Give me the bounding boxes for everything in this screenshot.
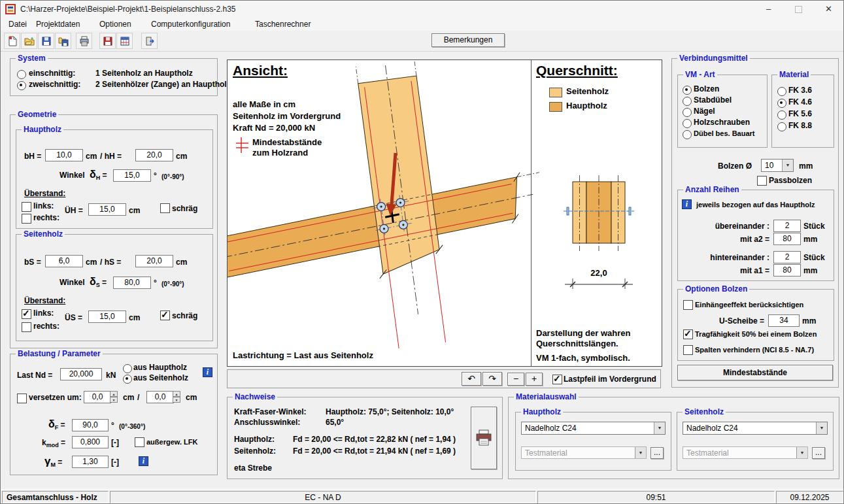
passbolzen-checkbox[interactable]	[757, 176, 767, 186]
uebereinander-input[interactable]: 2	[773, 220, 801, 232]
aus-seitenholz-label: aus Seitenholz	[133, 373, 188, 382]
print-report-button[interactable]	[471, 407, 497, 469]
zoom-out-button[interactable]: −	[507, 373, 524, 386]
uscheibe-input[interactable]: 34	[768, 314, 800, 327]
bs-input[interactable]: 6,0	[45, 255, 83, 267]
spalten-checkbox[interactable]	[683, 345, 693, 355]
versetzen-checkbox[interactable]	[17, 394, 27, 403]
a1-input[interactable]: 80	[773, 264, 801, 277]
radio-stabduebel[interactable]	[683, 97, 692, 106]
radio-duebel-bes-bauart[interactable]	[683, 130, 692, 139]
system-title: System	[16, 54, 48, 63]
menu-projektdaten[interactable]: Projektdaten	[36, 20, 80, 29]
radio-aus-hauptholz[interactable]	[123, 364, 132, 373]
ueberstand-s-rechts-checkbox[interactable]	[22, 322, 31, 332]
save-as-button[interactable]	[55, 33, 71, 49]
radio-holzschrauben[interactable]	[683, 119, 692, 128]
radio-bolzen[interactable]	[683, 86, 692, 95]
maximize-button[interactable]	[784, 1, 813, 18]
chevron-down-icon[interactable]: ▼	[654, 422, 665, 434]
lastpfeil-checkbox[interactable]	[552, 375, 562, 384]
menu-optionen[interactable]: Optionen	[99, 20, 131, 29]
exit-button[interactable]	[141, 33, 158, 49]
anzahl-info-button[interactable]: i	[682, 199, 692, 209]
menu-taschenrechner[interactable]: Taschenrechner	[255, 20, 311, 29]
mindestabstaende-button[interactable]: Mindestabstände	[677, 365, 833, 380]
radio-fk36[interactable]	[777, 87, 786, 96]
hauptholz-material-select[interactable]: Nadelholz C24 ▼	[521, 422, 666, 435]
bemerkungen-button[interactable]: Bemerkungen	[431, 33, 505, 47]
print-button[interactable]	[76, 33, 92, 49]
menu-computerkonfiguration[interactable]: Computerkonfiguration	[151, 20, 230, 29]
schraeg-s-checkbox[interactable]	[160, 311, 170, 320]
verbindungsmittel-groupbox: Verbindungsmittel VM - Art Bolzen Stabdü…	[671, 58, 839, 388]
gamma-input[interactable]: 1,30	[72, 456, 109, 468]
new-file-button[interactable]	[4, 33, 20, 49]
radio-naegel[interactable]	[683, 108, 692, 117]
einhaengeeffekt-checkbox[interactable]	[683, 300, 693, 310]
open-folder-button[interactable]	[21, 33, 37, 49]
hintereinander-input[interactable]: 2	[773, 251, 801, 263]
ueh-input[interactable]: 15,0	[88, 203, 126, 216]
bolzen-durchmesser-select[interactable]: 10 ▼	[761, 159, 794, 172]
radio-fk56[interactable]	[777, 110, 786, 120]
seitenholz-more-button[interactable]: ...	[812, 447, 825, 459]
winkel-h-symbol: δH =	[90, 169, 107, 181]
last-nd-label: Last Nd =	[17, 371, 52, 380]
deltaf-input[interactable]: 90,0	[72, 419, 109, 431]
last-info-button[interactable]: i	[203, 367, 212, 377]
spin-up-icon[interactable]: ▲	[110, 391, 118, 397]
hh-input[interactable]: 20,0	[135, 149, 173, 161]
ues-input[interactable]: 15,0	[88, 311, 126, 323]
save-red-button[interactable]	[99, 33, 116, 49]
ues-label: ÜS =	[65, 313, 82, 322]
spin-up-icon[interactable]: ▲	[173, 391, 180, 397]
zoom-in-button[interactable]: +	[526, 373, 543, 386]
redo-button[interactable]: ↷	[482, 372, 502, 386]
radio-fk46[interactable]	[777, 99, 786, 108]
hs-input[interactable]: 20,0	[135, 255, 173, 267]
hauptholz-more-button[interactable]: ...	[650, 447, 664, 459]
selected-value: Nadelholz C24	[686, 424, 738, 433]
spin-down-icon[interactable]: ▼	[173, 397, 180, 403]
versetzen-y-input[interactable]: 0,0	[146, 391, 174, 403]
tragfaehigkeit-checkbox[interactable]	[683, 329, 693, 339]
close-button[interactable]: ✕	[814, 1, 843, 18]
a2-input[interactable]: 80	[773, 233, 801, 245]
save-button[interactable]	[38, 33, 54, 49]
winkel-s-input[interactable]: 80,0	[113, 277, 151, 289]
kmod-input[interactable]: 0,800	[72, 436, 109, 448]
caption-line1: Darstellung der wahren	[536, 328, 630, 338]
menu-datei[interactable]: Datei	[8, 20, 27, 29]
versetzen-y-spinner[interactable]: ▲▼	[173, 391, 180, 403]
hintereinander-unit: Stück	[803, 253, 825, 262]
nachweis-hauptholz-value: Fd = 20,00 <= Rd,tot = 22,82 kN ( nef = …	[293, 435, 456, 444]
undo-button[interactable]: ↶	[462, 372, 481, 386]
spin-down-icon[interactable]: ▼	[110, 397, 118, 403]
gamma-info-button[interactable]: i	[139, 456, 148, 466]
radio-einschnittig[interactable]	[17, 70, 26, 79]
lfk-checkbox[interactable]	[135, 437, 144, 447]
calc-table-button[interactable]	[116, 33, 133, 49]
versetzen-x-input[interactable]: 0,0	[84, 391, 111, 403]
chevron-down-icon[interactable]: ▼	[816, 422, 827, 434]
ueberstand-s-links-checkbox[interactable]	[22, 309, 31, 319]
radio-fk88[interactable]	[777, 122, 786, 131]
seitenholz-material-select[interactable]: Nadelholz C24 ▼	[683, 422, 828, 435]
radio-aus-seitenholz[interactable]	[123, 375, 132, 384]
ueberstand-h-rechts-checkbox[interactable]	[22, 214, 31, 224]
versetzen-x-spinner[interactable]: ▲▼	[110, 391, 118, 403]
minimize-button[interactable]: –	[754, 1, 783, 18]
bh-input[interactable]: 10,0	[45, 149, 83, 161]
schraeg-h-checkbox[interactable]	[160, 203, 170, 213]
chevron-down-icon[interactable]: ▼	[782, 160, 793, 171]
material-hauptholz-title: Hauptholz	[521, 407, 563, 416]
versetzen-y-unit: cm	[186, 393, 197, 402]
versetzen-sep: /	[137, 393, 139, 402]
ueberstand-h-links-checkbox[interactable]	[22, 202, 31, 212]
winkel-h-input[interactable]: 15,0	[113, 169, 151, 182]
last-nd-input[interactable]: 20,000	[60, 368, 102, 380]
hauptholz-groupbox: Hauptholz bH = 10,0 cm / hH = 20,0 cm Wi…	[16, 129, 213, 229]
ueh-label: ÜH =	[65, 206, 83, 215]
radio-zweischnittig[interactable]	[17, 81, 26, 90]
